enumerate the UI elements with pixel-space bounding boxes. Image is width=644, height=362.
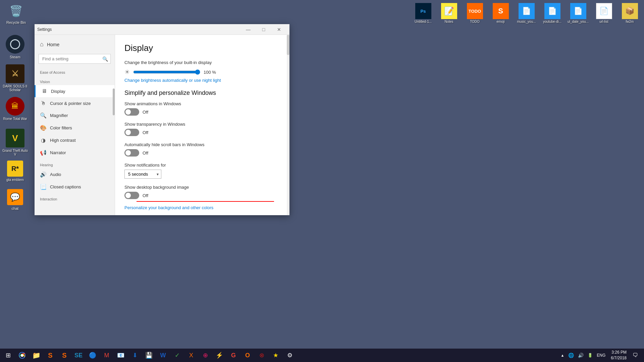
sidebar-search-input[interactable] bbox=[39, 54, 111, 64]
sidebar-item-narrator[interactable]: 📢 Narrator bbox=[35, 146, 115, 159]
scrollbars-toggle[interactable] bbox=[124, 149, 139, 157]
sidebar-section-hearing: Hearing bbox=[35, 159, 115, 168]
taskbar-network-icon[interactable]: 🌐 bbox=[567, 353, 575, 358]
taskbar-language[interactable]: ENG bbox=[595, 353, 607, 358]
taskbar-app-sublime1[interactable]: S bbox=[44, 349, 57, 362]
maximize-button[interactable]: □ bbox=[256, 24, 271, 35]
transparency-toggle[interactable] bbox=[124, 129, 139, 136]
taskbar-show-hidden[interactable]: ▲ bbox=[559, 353, 566, 357]
desktop-icon-chat[interactable]: 💬 chat bbox=[0, 188, 30, 212]
sidebar-home[interactable]: ⌂ Home bbox=[35, 38, 115, 51]
brightness-slider[interactable] bbox=[133, 69, 200, 75]
taskbar-app-blue1[interactable]: 🔵 bbox=[86, 349, 99, 362]
settings-window: Settings — □ ✕ ⌂ Home 🔍 Ease of Access V… bbox=[35, 24, 289, 215]
sidebar-item-closed-captions[interactable]: 📃 Closed captions bbox=[35, 181, 115, 193]
start-button[interactable]: ⊞ bbox=[1, 349, 15, 362]
desktop-bg-setting: Show desktop background image Off bbox=[124, 185, 277, 199]
desktop-icon-untitled[interactable]: Ps Untitled-1... bbox=[411, 2, 436, 25]
taskbar-app-red2[interactable]: ⊗ bbox=[255, 349, 268, 362]
sidebar-item-color-filters[interactable]: 🎨 Color filters bbox=[35, 122, 115, 134]
taskbar-app-red1[interactable]: ⚡ bbox=[213, 349, 226, 362]
desktop-icon-dark-souls[interactable]: ⚔ DARK SOULS II Scholar bbox=[0, 63, 30, 93]
sidebar-item-high-contrast[interactable]: ◑ High contrast bbox=[35, 134, 115, 146]
taskbar-app-download[interactable]: ⬇ bbox=[128, 349, 142, 362]
sidebar-item-color-filters-label: Color filters bbox=[50, 125, 72, 130]
taskbar-app-green[interactable]: ✓ bbox=[170, 349, 184, 362]
scrollbars-toggle-knob bbox=[125, 150, 131, 156]
taskbar-battery-icon[interactable]: 🔋 bbox=[586, 353, 594, 358]
personalize-link[interactable]: Personalize your background and other co… bbox=[124, 205, 277, 210]
sidebar-item-audio[interactable]: 🔊 Audio bbox=[35, 168, 115, 181]
desktop-bg-toggle[interactable] bbox=[124, 192, 139, 199]
sidebar: ⌂ Home 🔍 Ease of Access Vision 🖥 Display… bbox=[35, 35, 115, 215]
taskbar-app-gmail2[interactable]: G bbox=[227, 349, 240, 362]
narrator-icon: 📢 bbox=[40, 149, 47, 156]
desktop-icon-recycle-bin[interactable]: 🗑️ Recycle Bin bbox=[1, 2, 31, 26]
taskbar-app-explorer[interactable]: 📁 bbox=[30, 349, 43, 362]
cursor-icon: 🖱 bbox=[40, 100, 47, 106]
magnifier-icon: 🔍 bbox=[40, 112, 47, 119]
brightness-link[interactable]: Change brightness automatically or use n… bbox=[124, 78, 277, 83]
taskbar-app-mail[interactable]: 📧 bbox=[114, 349, 127, 362]
top-right-icons: Ps Untitled-1... 📝 Notes TODO TODO S emo… bbox=[409, 0, 644, 26]
taskbar-app-orange2[interactable]: O bbox=[241, 349, 254, 362]
taskbar-app-stackexchange[interactable]: SE bbox=[72, 349, 85, 362]
taskbar-apps: 📁 S S SE 🔵 M 📧 ⬇ 💾 W ✓ bbox=[15, 349, 558, 362]
transparency-setting: Show transparency in Windows Off bbox=[124, 122, 277, 136]
sidebar-item-magnifier[interactable]: 🔍 Magnifier bbox=[35, 109, 115, 122]
desktop-icon-steam[interactable]: Steam bbox=[0, 34, 30, 60]
sidebar-section-ease-of-access: Ease of Access bbox=[35, 66, 115, 76]
desktop-icon-ul-date[interactable]: 📄 ul_date_you... bbox=[566, 2, 591, 25]
taskbar-app-circle1[interactable]: ⊕ bbox=[199, 349, 212, 362]
taskbar-app-settings[interactable]: ⚙ bbox=[283, 349, 297, 362]
taskbar-app-orange[interactable]: X bbox=[184, 349, 198, 362]
taskbar-app-sublime2[interactable]: S bbox=[58, 349, 71, 362]
home-icon: ⌂ bbox=[40, 41, 44, 48]
taskbar-notifications-icon[interactable]: 🗨 bbox=[631, 352, 640, 358]
animations-toggle-label: Off bbox=[143, 110, 148, 115]
minimize-button[interactable]: — bbox=[240, 24, 256, 35]
main-scrollbar[interactable] bbox=[287, 35, 289, 215]
animations-toggle[interactable] bbox=[124, 108, 139, 116]
desktop-icon-url-list[interactable]: 📄 url-list bbox=[591, 2, 616, 25]
sidebar-scroll-indicator bbox=[112, 82, 115, 215]
taskbar-app-word[interactable]: W bbox=[156, 349, 170, 362]
sidebar-item-cursor-label: Cursor & pointer size bbox=[50, 101, 91, 106]
taskbar-app-chrome[interactable] bbox=[15, 349, 29, 362]
taskbar-clock[interactable]: 3:26 PM 6/7/2018 bbox=[608, 350, 629, 361]
scrollbars-label: Automatically hide scroll bars in Window… bbox=[124, 142, 277, 147]
taskbar-app-yellow[interactable]: ★ bbox=[269, 349, 282, 362]
desktop-icon-rome-total-war[interactable]: 🏛 Rome Total War bbox=[0, 96, 30, 122]
sidebar-section-interaction: Interaction bbox=[35, 193, 115, 202]
taskbar-app-save[interactable]: 💾 bbox=[142, 349, 156, 362]
desktop-icon-fw2m[interactable]: 📦 fw2m bbox=[617, 2, 642, 25]
desktop-icon-todo[interactable]: TODO TODO bbox=[462, 2, 487, 25]
animations-toggle-knob bbox=[125, 109, 131, 115]
taskbar-volume-icon[interactable]: 🔊 bbox=[577, 353, 585, 358]
desktop-bg-toggle-label: Off bbox=[143, 193, 148, 198]
sidebar-item-high-contrast-label: High contrast bbox=[50, 138, 76, 143]
sidebar-item-display[interactable]: 🖥 Display bbox=[35, 85, 115, 97]
notifications-setting: Show notifications for 5 seconds 7 secon… bbox=[124, 163, 277, 179]
notifications-label: Show notifications for bbox=[124, 163, 277, 168]
sidebar-home-label: Home bbox=[47, 42, 59, 47]
close-button[interactable]: ✕ bbox=[271, 24, 287, 35]
annotation-line bbox=[137, 201, 274, 202]
desktop-icon-music[interactable]: 📄 music_you... bbox=[514, 2, 539, 25]
display-icon: 🖥 bbox=[41, 88, 48, 94]
notifications-dropdown[interactable]: 5 seconds 7 seconds 15 seconds 30 second… bbox=[124, 170, 161, 179]
desktop-bg-toggle-row: Off bbox=[124, 192, 277, 199]
brightness-low-icon: ☀ bbox=[124, 68, 130, 76]
desktop-icon-youtube-dl[interactable]: 📄 youtube-di... bbox=[540, 2, 565, 25]
sidebar-search-container: 🔍 bbox=[39, 54, 111, 64]
desktop-icon-emoji[interactable]: S emoji bbox=[488, 2, 513, 25]
desktop-icon-notes[interactable]: 📝 Notes bbox=[436, 2, 462, 25]
desktop-icon-gta[interactable]: V Grand Theft Auto V bbox=[0, 127, 30, 158]
main-scrollbar-thumb bbox=[287, 35, 289, 55]
titlebar: Settings — □ ✕ bbox=[35, 24, 289, 35]
audio-icon: 🔊 bbox=[40, 171, 47, 178]
transparency-toggle-knob bbox=[125, 130, 131, 135]
sidebar-item-cursor[interactable]: 🖱 Cursor & pointer size bbox=[35, 97, 115, 109]
taskbar-app-gmail[interactable]: M bbox=[100, 349, 113, 362]
desktop-icon-gta-emblem[interactable]: R* gta emblem bbox=[0, 159, 30, 183]
